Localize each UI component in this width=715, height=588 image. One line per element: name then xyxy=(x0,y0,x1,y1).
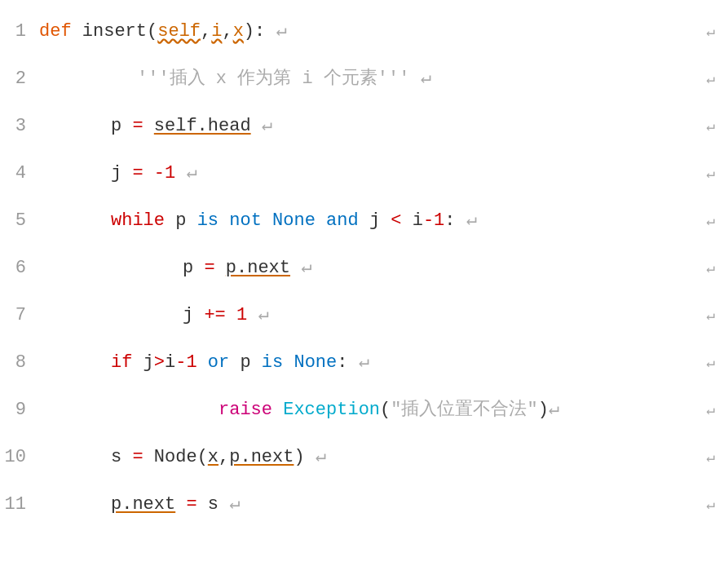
keyword-def: def xyxy=(39,23,82,41)
op-eq-6: = xyxy=(204,259,214,277)
comma1: , xyxy=(201,23,211,41)
num-1-7: 1 xyxy=(226,307,247,325)
line-number-10: 10 xyxy=(0,449,39,466)
line-number-5: 5 xyxy=(0,212,39,230)
kw-none-5: None xyxy=(272,212,326,230)
param-self: self xyxy=(157,23,201,41)
code-line-2: 2 '''插入 x 作为第 i 个元素''' ↵ ↵ xyxy=(0,55,715,103)
kw-is-8: is xyxy=(262,354,294,372)
line-content-6: p = p.next ↵ xyxy=(39,259,686,277)
enter-6: ↵ xyxy=(290,259,311,277)
num-1-8: 1 xyxy=(186,354,207,372)
line-number-6: 6 xyxy=(0,259,39,277)
op-minus-5: - xyxy=(423,212,434,230)
var-j-8: j xyxy=(143,354,154,372)
line-end-5: ↵ xyxy=(686,214,715,228)
line-end-11: ↵ xyxy=(686,497,715,512)
op-minus-8: - xyxy=(175,354,186,372)
enter-2: ↵ xyxy=(409,70,430,88)
enter-8: ↵ xyxy=(347,354,369,372)
sp-3 xyxy=(143,117,154,135)
code-line-11: 11 p.next = s ↵ ↵ xyxy=(0,481,715,528)
line-content-11: p.next = s ↵ xyxy=(39,496,686,514)
comma2: , xyxy=(222,23,232,41)
line-number-9: 9 xyxy=(0,401,39,419)
line-end-7: ↵ xyxy=(686,308,715,323)
line-content-3: p = self.head ↵ xyxy=(39,117,686,135)
sp2-11 xyxy=(197,496,208,514)
param-x-10: x xyxy=(208,449,218,466)
p-next-6: p.next xyxy=(226,259,290,277)
op-eq-11: = xyxy=(186,496,196,514)
kw-and-5: and xyxy=(326,212,369,230)
line-end-9: ↵ xyxy=(686,403,715,418)
line-end-10: ↵ xyxy=(686,450,715,465)
var-j-5: j xyxy=(369,212,391,230)
line-end-4: ↵ xyxy=(686,166,715,181)
paren-close: ) xyxy=(244,23,254,41)
kw-while: while xyxy=(111,212,175,230)
op-eq-3: = xyxy=(132,117,143,135)
line-end-8: ↵ xyxy=(686,356,715,370)
exception-msg-9: "插入位置不合法" xyxy=(391,401,537,419)
line-number-11: 11 xyxy=(0,496,39,514)
op-eq-10: = xyxy=(132,449,143,466)
sp-5 xyxy=(401,212,412,230)
enter-4: ↵ xyxy=(175,165,196,183)
paren-open-10: ( xyxy=(197,449,208,466)
line-end-6: ↵ xyxy=(686,261,715,276)
line-content-2: '''插入 x 作为第 i 个元素''' ↵ xyxy=(39,70,686,88)
line-content-1: def insert(self,i,x): ↵ xyxy=(39,23,686,41)
line-content-8: if j>i-1 or p is None: ↵ xyxy=(39,354,686,372)
colon-1: : xyxy=(254,23,276,41)
param-x: x xyxy=(233,23,244,41)
code-line-10: 10 s = Node(x,p.next) ↵ ↵ xyxy=(0,434,715,481)
enter-7: ↵ xyxy=(247,307,268,325)
line-number-3: 3 xyxy=(0,117,39,135)
line-content-5: while p is not None and j < i-1: ↵ xyxy=(39,212,686,230)
kw-if-8: if xyxy=(111,354,143,372)
enter-9: ↵ xyxy=(549,401,559,419)
var-s-10: s xyxy=(111,449,132,466)
line-number-8: 8 xyxy=(0,354,39,372)
var-s-11: s xyxy=(208,496,218,514)
sp-6 xyxy=(215,259,226,277)
line-content-4: j = -1 ↵ xyxy=(39,165,686,183)
code-line-6: 6 p = p.next ↵ ↵ xyxy=(0,245,715,292)
line-end-1: ↵ xyxy=(686,24,715,39)
enter-11: ↵ xyxy=(218,496,240,514)
code-editor: 1 def insert(self,i,x): ↵ ↵ 2 '''插入 x 作为… xyxy=(0,8,715,528)
code-line-7: 7 j += 1 ↵ ↵ xyxy=(0,292,715,339)
comma-10: , xyxy=(218,449,229,466)
kw-none-8: None xyxy=(294,354,337,372)
kw-raise-9: raise xyxy=(218,401,283,419)
kw-is-5: is xyxy=(197,212,230,230)
line-number-1: 1 xyxy=(0,23,39,41)
line-content-7: j += 1 ↵ xyxy=(39,307,686,325)
num-neg1: -1 xyxy=(143,165,176,183)
line-number-2: 2 xyxy=(0,70,39,88)
function-name: insert xyxy=(82,23,147,41)
sp-10 xyxy=(143,449,154,466)
line-content-10: s = Node(x,p.next) ↵ xyxy=(39,449,686,466)
num-1-5: 1 xyxy=(434,212,444,230)
var-i-8: i xyxy=(165,354,175,372)
line-number-4: 4 xyxy=(0,165,39,183)
line-end-2: ↵ xyxy=(686,72,715,86)
var-j-7: j xyxy=(183,307,204,325)
code-line-8: 8 if j>i-1 or p is None: ↵ ↵ xyxy=(0,339,715,387)
op-lt-5: < xyxy=(391,212,401,230)
op-gt-8: > xyxy=(154,354,165,372)
line-number-7: 7 xyxy=(0,307,39,325)
colon-8: : xyxy=(337,354,347,372)
code-line-4: 4 j = -1 ↵ ↵ xyxy=(0,150,715,197)
enter-10: ↵ xyxy=(305,449,326,466)
var-j-4: j xyxy=(111,165,132,183)
enter-5: ↵ xyxy=(456,212,477,230)
param-i: i xyxy=(211,23,222,41)
paren-open: ( xyxy=(147,23,157,41)
docstring-2: '''插入 x 作为第 i 个元素''' xyxy=(137,70,409,88)
paren-close-9: ) xyxy=(538,401,549,419)
line-end-3: ↵ xyxy=(686,119,715,134)
var-p-5: p xyxy=(175,212,196,230)
